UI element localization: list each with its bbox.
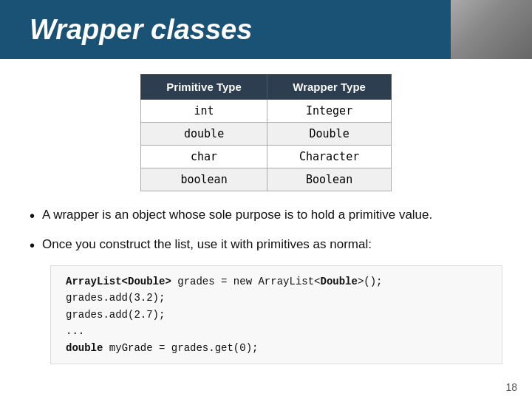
table-body: intIntegerdoubleDoublecharCharacterboole… [141, 100, 392, 191]
bullet-section: • A wrapper is an object whose sole purp… [30, 206, 502, 364]
wrapper-cell: Double [267, 123, 392, 146]
code-block: ArrayList<Double> grades = new ArrayList… [50, 265, 502, 364]
wrapper-cell: Integer [267, 100, 392, 123]
table-row: charCharacter [141, 146, 392, 168]
page-number: 18 [505, 381, 517, 393]
table-row: doubleDouble [141, 123, 392, 146]
wrapper-cell: Boolean [267, 168, 392, 191]
bullet-text-2: Once you construct the list, use it with… [42, 236, 372, 253]
col-wrapper-header: Wrapper Type [267, 75, 392, 100]
primitive-cell: double [141, 123, 267, 146]
primitive-cell: int [141, 100, 267, 123]
code-line-1: ArrayList<Double> grades = new ArrayList… [66, 273, 487, 290]
table-row: booleanBoolean [141, 168, 392, 191]
code-double-keyword: double [66, 342, 103, 354]
primitive-cell: boolean [141, 168, 267, 191]
wrapper-cell: Character [267, 146, 392, 168]
code-arraylist-keyword: ArrayList<Double> [66, 276, 171, 287]
bullet-text-1: A wrapper is an object whose sole purpos… [42, 206, 432, 224]
header: Wrapper classes [0, 0, 532, 59]
page-title: Wrapper classes [30, 14, 252, 46]
code-line-3: grades.add(2.7); [66, 307, 487, 323]
code-line1-rest: grades = new ArrayList<Double>(); [177, 276, 382, 287]
bullet-dot-2: • [30, 236, 35, 255]
bullet-dot-1: • [30, 206, 35, 225]
table-row: intInteger [141, 100, 392, 123]
col-primitive-header: Primitive Type [141, 75, 267, 100]
bullet-item-1: • A wrapper is an object whose sole purp… [30, 206, 502, 225]
wrapper-table: Primitive Type Wrapper Type intIntegerdo… [140, 74, 392, 191]
code-line5-rest: myGrade = grades.get(0); [109, 342, 259, 354]
speaker-photo [451, 0, 532, 59]
code-line-5: double myGrade = grades.get(0); [66, 340, 487, 356]
bullet-item-2: • Once you construct the list, use it wi… [30, 236, 502, 255]
code-line-4: ... [66, 323, 487, 339]
code-line-2: grades.add(3.2); [66, 290, 487, 306]
main-content: Primitive Type Wrapper Type intIntegerdo… [0, 59, 532, 379]
primitive-cell: char [141, 146, 267, 168]
